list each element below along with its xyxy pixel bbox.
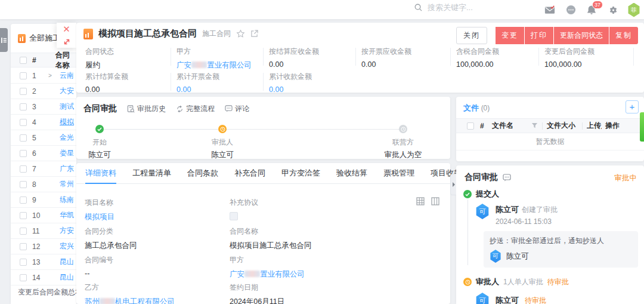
row-checkbox[interactable] (20, 243, 27, 250)
approval-history-link[interactable]: 审批历史 (127, 104, 166, 114)
supplement-checkbox[interactable] (230, 212, 238, 220)
row-checkbox[interactable] (20, 259, 27, 266)
tab[interactable]: 验收结算 (336, 163, 367, 184)
check-icon (463, 190, 472, 198)
gear-icon[interactable] (606, 4, 618, 16)
flow-cycle-icon (176, 105, 184, 113)
tab[interactable]: 工程量清单 (132, 163, 171, 184)
contract-link[interactable]: 模拟 (60, 117, 74, 127)
select-all-checkbox[interactable] (20, 57, 27, 64)
redacted-text (244, 271, 260, 277)
action-button[interactable]: 更新合同状态 (554, 27, 609, 44)
bell-icon[interactable]: 37 (586, 4, 597, 16)
panel-collapse-handle[interactable] (450, 174, 456, 195)
action-button[interactable]: 复制 (609, 27, 638, 44)
files-title: 文件 (463, 103, 479, 112)
external-link-icon[interactable] (250, 30, 258, 38)
chevron-right-icon (453, 182, 455, 187)
pending-status: 待审批 (525, 296, 546, 304)
row-checkbox[interactable] (20, 196, 27, 204)
section-title: 合同审批 (83, 103, 117, 114)
column-view-icon[interactable] (431, 197, 439, 205)
full-flow-link[interactable]: 完整流程 (176, 104, 215, 114)
total-invoice-link[interactable]: 0.00 (177, 85, 265, 94)
contract-link[interactable]: 华凯 (60, 210, 74, 220)
contract-link[interactable]: 练南 (60, 195, 74, 205)
avatar: 可 (475, 293, 490, 304)
index-column-header: # (32, 56, 40, 65)
party-a-link[interactable]: 广安置业有限公司 (230, 269, 305, 280)
tab[interactable]: 票税管理 (383, 163, 414, 184)
action-button[interactable]: 变更 (496, 27, 524, 44)
contract-link[interactable]: 常州 (60, 179, 74, 189)
filter-icon[interactable] (531, 122, 538, 129)
document-icon (18, 34, 26, 43)
approver-label: 审批人 (476, 277, 499, 287)
row-checkbox[interactable] (20, 165, 27, 173)
step-done-icon (95, 125, 104, 133)
files-select-all-checkbox[interactable] (467, 122, 474, 130)
row-index: 9 (32, 196, 43, 204)
row-checkbox[interactable] (20, 212, 27, 219)
search-icon[interactable] (414, 3, 423, 12)
notification-badge: 37 (592, 1, 603, 9)
redacted-text (100, 298, 115, 304)
sidebar-collapse-handle[interactable] (0, 28, 8, 52)
row-checkbox[interactable] (20, 274, 27, 281)
row-checkbox[interactable] (20, 228, 27, 235)
project-link[interactable]: 模拟项目 (85, 212, 114, 222)
row-checkbox[interactable] (20, 72, 27, 79)
chat-icon[interactable] (565, 4, 577, 16)
close-button[interactable]: 关闭 (456, 27, 487, 44)
history-icon (127, 105, 135, 113)
expand-panel-button[interactable] (57, 35, 76, 48)
tab[interactable]: 合同条款 (187, 163, 218, 184)
field-label: 合同分类 (85, 226, 137, 237)
party-a-link[interactable]: 广安置业有限公司 (177, 60, 265, 70)
close-panel-button[interactable]: ✕ (57, 23, 76, 35)
total-received-link[interactable]: 0.00 (269, 85, 357, 94)
party-b-link[interactable]: 苏州机电工程有限公司 (85, 297, 175, 304)
avatar: 可 (490, 250, 501, 263)
contract-link[interactable]: 广东 (60, 164, 74, 174)
panel-icon (1, 38, 7, 43)
contract-link[interactable]: 宏兴 (60, 241, 74, 251)
field-value: 2024年06月11日 (230, 297, 284, 304)
row-checkbox[interactable] (20, 181, 27, 188)
row-checkbox[interactable] (20, 103, 27, 110)
row-checkbox[interactable] (20, 150, 27, 157)
expand-row-icon[interactable]: > (48, 72, 54, 79)
contract-link[interactable]: 方安 (60, 226, 74, 236)
row-checkbox[interactable] (20, 119, 27, 126)
app-window: 37 菲 全部施工合同 # 合同名称 (0, 0, 644, 304)
table-row: 2 大安 (11, 84, 76, 99)
contract-link[interactable]: 大安 (60, 86, 74, 96)
action-button[interactable]: 打印 (525, 27, 553, 44)
add-file-button[interactable]: + (626, 100, 639, 113)
pending-status: 待审批 (547, 277, 569, 287)
contract-link[interactable]: 云南 (60, 70, 74, 81)
row-checkbox[interactable] (20, 88, 27, 95)
contract-link[interactable]: 昆山 (60, 257, 74, 267)
contract-link[interactable]: 昆山 (60, 272, 74, 282)
comment-icon (225, 105, 233, 112)
timestamp: 2024-06-11 15:03 (496, 217, 558, 226)
contract-link[interactable]: 测试 (60, 102, 74, 112)
user-avatar[interactable]: 菲 (627, 3, 640, 17)
comment-link[interactable]: 评论 (225, 104, 249, 114)
grid-view-icon[interactable] (416, 197, 425, 205)
submitter-action: 创建了审批 (522, 205, 558, 214)
comment-icon[interactable] (503, 174, 511, 182)
field-label: 项目名称 (85, 198, 114, 208)
files-index-header: # (480, 122, 488, 130)
mail-icon[interactable] (544, 4, 556, 16)
field-label: 合同状态 (85, 47, 174, 57)
global-search (414, 3, 517, 12)
tab[interactable]: 甲方变洽签 (281, 163, 320, 184)
search-input[interactable] (428, 3, 517, 12)
tab[interactable]: 详细资料 (85, 163, 116, 184)
tab[interactable]: 补充合同 (234, 163, 265, 184)
scrollbar-thumb[interactable] (640, 112, 644, 142)
row-checkbox[interactable] (20, 134, 27, 142)
star-icon[interactable] (236, 29, 245, 38)
